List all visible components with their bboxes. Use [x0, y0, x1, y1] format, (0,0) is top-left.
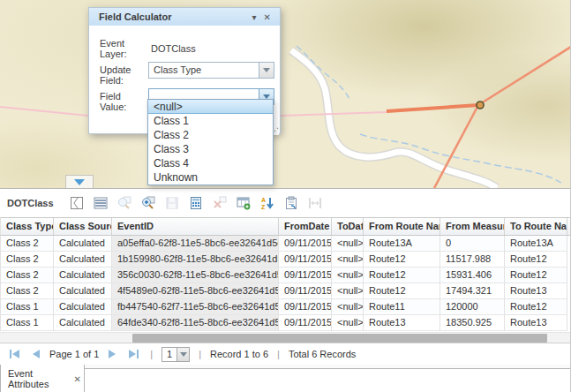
table-cell[interactable]: Class 2 [1, 268, 54, 283]
table-cell[interactable]: 120000 [440, 299, 505, 315]
table-cell[interactable]: 18350.925 [440, 315, 505, 331]
tab-close-icon[interactable]: ✕ [71, 373, 84, 385]
table-row[interactable]: Class 2Calculated356c0030-62f8-11e5-8bc6… [0, 268, 571, 283]
route-segment-highlight[interactable] [387, 105, 478, 111]
field-value-label: Field Value: [100, 91, 149, 112]
table-cell[interactable]: 09/11/2015 [279, 283, 332, 299]
table-cell[interactable]: fb447540-62f7-11e5-8bc6-ee32641d5ec9 [112, 299, 279, 315]
table-row[interactable]: Class 2Calculated4f5489e0-62f8-11e5-8bc6… [0, 283, 571, 299]
table-cell[interactable]: 09/11/2015 [279, 252, 332, 268]
route-line [478, 47, 571, 105]
table-cell[interactable]: Route12 [364, 252, 440, 268]
next-page-button[interactable] [104, 347, 120, 361]
last-page-button[interactable] [125, 347, 141, 361]
field-value-option[interactable]: Class 3 [148, 142, 273, 156]
table-cell[interactable]: Class 1 [1, 299, 54, 315]
update-field-label: Update Field: [100, 64, 149, 86]
column-header-from-route-name[interactable]: From Route Name [364, 218, 440, 235]
horizontal-scrollbar[interactable] [0, 332, 571, 343]
sort-records-icon[interactable]: AZ [257, 193, 278, 213]
column-header-class-type[interactable]: Class Type [1, 218, 54, 235]
table-cell[interactable]: Route13 [364, 315, 440, 331]
tab-event-attributes[interactable]: Event Attributes ✕ [0, 365, 85, 392]
table-cell[interactable]: Route13 [505, 283, 567, 299]
layer-name-label: DOTClass [7, 198, 54, 208]
table-cell[interactable]: Calculated [54, 299, 112, 315]
map-canvas[interactable]: Field Calculator ▾ ✕ Event Layer: DOTCla… [0, 0, 571, 188]
table-cell[interactable]: Route12 [364, 268, 440, 283]
table-cell[interactable]: a05effa0-62f8-11e5-8bc6-ee32641d5ec9 [112, 236, 279, 252]
scrollbar-thumb[interactable] [132, 334, 547, 343]
table-cell[interactable]: 1b159980-62f8-11e5-8bc6-ee32641d5ec9 [112, 252, 279, 268]
column-header-eventid[interactable]: EventID [112, 218, 279, 235]
page-select-dropdown-button[interactable] [177, 348, 189, 361]
table-cell[interactable]: <null> [332, 315, 364, 331]
table-cell[interactable]: <null> [332, 299, 364, 315]
table-cell[interactable]: Route12 [364, 283, 440, 299]
table-cell[interactable]: 356c0030-62f8-11e5-8bc6-ee32641d5ec9 [112, 268, 279, 283]
field-value-option[interactable]: Unknown [148, 170, 273, 185]
column-header-class-source[interactable]: Class Source [54, 218, 112, 235]
table-cell[interactable]: <null> [332, 236, 364, 252]
table-cell[interactable]: Route12 [505, 268, 567, 283]
column-header-to-route-name[interactable]: To Route Name [505, 218, 567, 235]
zoom-to-selection-icon [114, 193, 135, 213]
field-value-option[interactable]: Class 2 [148, 128, 273, 142]
table-cell[interactable]: Class 2 [1, 252, 54, 268]
column-header-fromdate[interactable]: FromDate [279, 218, 332, 235]
table-cell[interactable]: Route12 [505, 299, 567, 315]
table-cell[interactable]: 64fde340-62f8-11e5-8bc6-ee32641d5ec9 [112, 315, 279, 331]
dialog-title-bar[interactable]: Field Calculator ▾ ✕ [89, 8, 280, 26]
switch-selection-icon[interactable] [66, 193, 87, 213]
table-cell[interactable]: 4f5489e0-62f8-11e5-8bc6-ee32641d5ec9 [112, 283, 279, 299]
table-row[interactable]: Class 2Calculated1b159980-62f8-11e5-8bc6… [0, 252, 571, 268]
table-cell[interactable]: Calculated [54, 283, 112, 299]
event-layer-row: Event Layer: DOTClass [100, 38, 196, 59]
table-cell[interactable]: Route13A [505, 236, 567, 252]
update-field-select[interactable]: Class Type [148, 62, 274, 79]
column-header-from-measure[interactable]: From Measure [440, 218, 505, 235]
table-cell[interactable]: Route13A [364, 236, 440, 252]
route-point-marker[interactable] [477, 102, 484, 109]
table-row[interactable]: Class 2Calculateda05effa0-62f8-11e5-8bc6… [0, 236, 571, 252]
table-cell[interactable]: <null> [332, 268, 364, 283]
table-cell[interactable]: Calculated [54, 268, 112, 283]
field-calculator-icon[interactable] [185, 193, 207, 213]
table-cell[interactable]: 17494.321 [440, 283, 505, 299]
table-cell[interactable]: 09/11/2015 [279, 268, 332, 283]
table-cell[interactable]: Route13 [505, 315, 567, 331]
page-number-select[interactable]: 1 [162, 347, 190, 362]
copy-records-icon[interactable] [281, 193, 302, 213]
table-cell[interactable]: 09/11/2015 [279, 236, 332, 252]
field-value-option[interactable]: Class 4 [148, 156, 273, 170]
field-value-option[interactable]: <null> [148, 100, 273, 114]
dialog-minimize-icon[interactable]: ▾ [249, 12, 260, 22]
table-cell[interactable]: Class 2 [1, 283, 54, 299]
add-record-icon[interactable] [233, 193, 254, 213]
table-cell[interactable]: Class 1 [1, 315, 54, 331]
table-cell[interactable]: 0 [440, 236, 505, 252]
table-row[interactable]: Class 1Calculatedfb447540-62f7-11e5-8bc6… [0, 299, 571, 315]
update-field-dropdown-button[interactable] [259, 63, 274, 78]
table-cell[interactable]: 11517.988 [440, 252, 505, 268]
table-row[interactable]: Class 1Calculated64fde340-62f8-11e5-8bc6… [0, 315, 571, 331]
table-cell[interactable]: Calculated [54, 315, 112, 331]
column-header-todate[interactable]: ToDate [332, 218, 364, 235]
zoom-to-record-icon[interactable] [138, 193, 159, 213]
field-value-option[interactable]: Class 1 [148, 114, 273, 128]
panel-collapse-tab[interactable] [65, 175, 94, 188]
table-cell[interactable]: Calculated [54, 252, 112, 268]
table-cell[interactable]: Route11 [364, 299, 440, 315]
table-cell[interactable]: 15931.406 [440, 268, 505, 283]
table-cell[interactable]: 09/11/2015 [279, 315, 332, 331]
table-cell[interactable]: Route12 [505, 252, 567, 268]
table-cell[interactable]: <null> [332, 252, 364, 268]
table-cell[interactable]: 09/11/2015 [279, 299, 332, 315]
table-cell[interactable]: Class 2 [1, 236, 54, 252]
table-cell[interactable]: <null> [332, 283, 364, 299]
prev-page-button[interactable] [28, 347, 44, 361]
show-records-icon[interactable] [90, 193, 111, 213]
dialog-close-icon[interactable]: ✕ [260, 12, 274, 22]
first-page-button[interactable] [7, 347, 23, 361]
table-cell[interactable]: Calculated [54, 236, 112, 252]
